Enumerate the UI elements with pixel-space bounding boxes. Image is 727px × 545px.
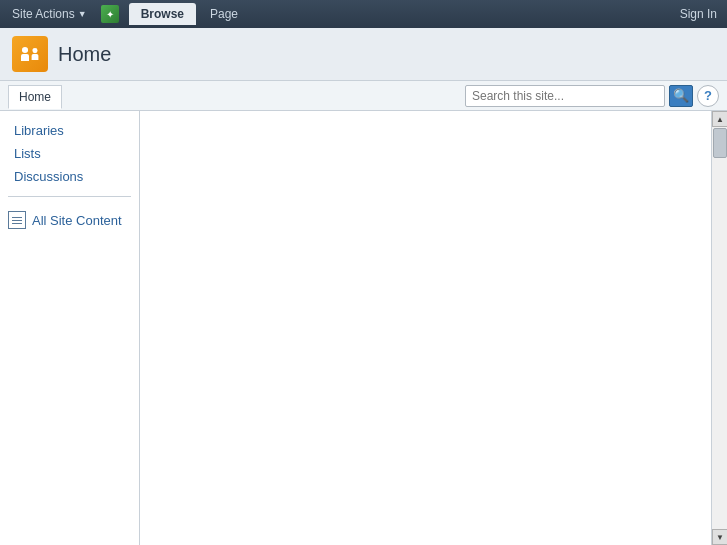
home-icon (12, 36, 48, 72)
sidebar-item-libraries: Libraries (8, 119, 131, 142)
person-icon-right (32, 48, 39, 60)
doc-line-3 (12, 223, 22, 224)
person-body-2 (32, 54, 39, 60)
nav-icon-box: ✦ (101, 5, 119, 23)
nav-icon-button[interactable]: ✦ (97, 3, 123, 25)
browse-tab[interactable]: Browse (129, 3, 196, 25)
doc-line-2 (12, 220, 22, 221)
scrollbar-track[interactable]: ▲ ▼ (711, 111, 727, 545)
main-content: Libraries Lists Discussions All Site Con… (0, 111, 727, 545)
scroll-down-button[interactable]: ▼ (712, 529, 727, 545)
all-site-content-item[interactable]: All Site Content (0, 205, 139, 235)
page-tab[interactable]: Page (198, 3, 250, 25)
tab-area: Browse Page (129, 3, 250, 25)
doc-line-1 (12, 217, 22, 218)
dropdown-arrow-icon: ▼ (78, 9, 87, 19)
site-actions-button[interactable]: Site Actions ▼ (6, 5, 93, 23)
person-icon-left (21, 47, 29, 61)
discussions-link[interactable]: Discussions (14, 169, 83, 184)
sign-in-button[interactable]: Sign In (680, 7, 717, 21)
sidebar: Libraries Lists Discussions All Site Con… (0, 111, 140, 545)
all-site-content-link[interactable]: All Site Content (32, 213, 122, 228)
lists-link[interactable]: Lists (14, 146, 41, 161)
right-content-area: ▲ ▼ (140, 111, 727, 545)
search-area: 🔍 ? (465, 85, 719, 107)
nav-icon-star: ✦ (106, 9, 114, 20)
scrollbar-spacer (712, 159, 727, 529)
site-actions-label: Site Actions (12, 7, 75, 21)
person-head (22, 47, 28, 53)
all-site-content-icon (8, 211, 26, 229)
help-icon: ? (704, 88, 712, 103)
page-header: Home (0, 28, 727, 81)
breadcrumb-home-tab[interactable]: Home (8, 85, 62, 109)
search-input[interactable] (465, 85, 665, 107)
scroll-up-button[interactable]: ▲ (712, 111, 727, 127)
home-icon-inner (21, 47, 39, 61)
top-nav-bar: Site Actions ▼ ✦ Browse Page Sign In (0, 0, 727, 28)
sidebar-item-discussions: Discussions (8, 165, 131, 188)
libraries-link[interactable]: Libraries (14, 123, 64, 138)
sidebar-nav: Libraries Lists Discussions (0, 119, 139, 188)
breadcrumb-bar: Home 🔍 ? (0, 81, 727, 111)
search-button[interactable]: 🔍 (669, 85, 693, 107)
person-head-2 (32, 48, 37, 53)
search-icon: 🔍 (673, 88, 689, 103)
help-button[interactable]: ? (697, 85, 719, 107)
scrollbar-thumb[interactable] (713, 128, 727, 158)
sidebar-divider (8, 196, 131, 197)
person-body (21, 54, 29, 61)
page-title: Home (58, 43, 111, 66)
doc-icon-lines (10, 215, 24, 226)
sidebar-item-lists: Lists (8, 142, 131, 165)
